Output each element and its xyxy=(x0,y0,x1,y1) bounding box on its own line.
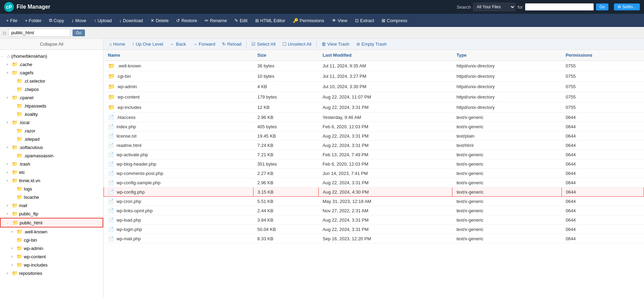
sidebar-item-public_ftp[interactable]: +📁public_ftp xyxy=(0,209,103,218)
forward-button[interactable]: → Forward xyxy=(190,40,218,48)
search-scope-select[interactable]: All Your Files File Names Only xyxy=(473,3,516,11)
col-permissions[interactable]: Permissions xyxy=(561,50,644,61)
expand-icon-wp-admin[interactable]: + xyxy=(11,246,15,250)
expand-icon-well-known[interactable]: + xyxy=(11,230,15,234)
table-row[interactable]: 📄wp-blog-header.php351 bytesFeb 6, 2020,… xyxy=(104,159,644,169)
sidebar-item-lscache[interactable]: 📁lscache xyxy=(0,193,103,201)
expand-icon-wp-includes[interactable]: + xyxy=(11,263,15,267)
address-input[interactable] xyxy=(8,29,70,37)
col-modified[interactable]: Last Modified xyxy=(318,50,452,61)
download-button[interactable]: ↓ Download xyxy=(116,16,146,25)
reload-button[interactable]: ↻ Reload xyxy=(219,40,244,48)
copy-button[interactable]: ⧉ Copy xyxy=(46,16,67,25)
table-row[interactable]: 📄wp-activate.php7.21 KBFeb 13, 2024, 7:4… xyxy=(104,150,644,159)
collapse-all-button[interactable]: Collapse All xyxy=(0,39,103,50)
table-row[interactable]: 📄readme.html7.24 KBAug 22, 2024, 3:31 PM… xyxy=(104,141,644,150)
sidebar-item-repositories[interactable]: +📁repositories xyxy=(0,269,103,277)
table-row[interactable]: 📁.well-known36 bytesJul 11, 2024, 9:35 A… xyxy=(104,61,644,71)
table-row[interactable]: 📄wp-links-opml.php2.44 KBNov 27, 2022, 2… xyxy=(104,206,644,215)
empty-trash-button[interactable]: ⊘ Empty Trash xyxy=(354,40,390,48)
expand-icon-root[interactable]: - xyxy=(1,54,6,58)
expand-icon-local[interactable]: + xyxy=(6,120,10,124)
app-title: File Manager xyxy=(17,4,50,10)
view-trash-button[interactable]: 🗑 View Trash xyxy=(319,40,352,48)
table-row[interactable]: 📄wp-config.php3.15 KBAug 22, 2024, 4:30 … xyxy=(104,187,644,197)
table-row[interactable]: 📄wp-config-sample.php2.96 KBAug 22, 2024… xyxy=(104,178,644,187)
settings-button[interactable]: ⚙ Settin... xyxy=(614,3,640,10)
table-row[interactable]: 📄wp-load.php3.84 KBAug 22, 2024, 3:31 PM… xyxy=(104,215,644,225)
table-row[interactable]: 📄wp-login.php50.04 KBAug 22, 2024, 3:31 … xyxy=(104,225,644,234)
table-row[interactable]: 📄wp-cron.php5.51 KBMay 31, 2023, 12:18 A… xyxy=(104,197,644,206)
table-row[interactable]: 📁wp-admin4 KBJul 10, 2024, 3:30 PMhttpd/… xyxy=(104,82,644,92)
table-row[interactable]: 📄index.php405 bytesFeb 6, 2020, 12:03 PM… xyxy=(104,122,644,131)
search-input[interactable] xyxy=(525,3,594,11)
search-go-button[interactable]: Go xyxy=(596,3,608,10)
new-folder-button[interactable]: + Folder xyxy=(21,16,45,25)
unselect-all-button[interactable]: ☐ Unselect All xyxy=(280,40,314,48)
compress-button[interactable]: ⊠ Compress xyxy=(378,16,411,25)
edit-button[interactable]: ✎ Edit xyxy=(231,16,251,25)
expand-icon-mail[interactable]: + xyxy=(6,203,10,207)
col-size[interactable]: Size xyxy=(253,50,318,61)
expand-icon-linnie.id.vn[interactable]: + xyxy=(6,178,10,183)
sidebar-item-wp-admin[interactable]: +📁wp-admin xyxy=(0,244,103,252)
sidebar-item-linnie.id.vn[interactable]: +📁linnie.id.vn xyxy=(0,176,103,185)
delete-button[interactable]: ✕ Delete xyxy=(147,16,172,25)
extract-button[interactable]: ⊡ Extract xyxy=(352,16,377,25)
sidebar-item-cgi-bin[interactable]: 📁cgi-bin xyxy=(0,236,103,244)
expand-icon-cpanel[interactable]: + xyxy=(6,95,10,100)
sidebar-item-trash[interactable]: +📁.trash xyxy=(0,160,103,168)
select-all-button[interactable]: ☑ Select All xyxy=(249,40,278,48)
home-button[interactable]: ⌂ Home xyxy=(106,40,128,48)
new-file-button[interactable]: + File xyxy=(3,16,21,25)
sidebar-item-public_html[interactable]: -📁public_html xyxy=(0,218,103,227)
sidebar-item-sitepad[interactable]: 📁.sitepad xyxy=(0,135,103,143)
back-button[interactable]: ← Back xyxy=(167,40,189,48)
expand-icon-wp-content[interactable]: + xyxy=(11,254,15,259)
sidebar-item-cpanel[interactable]: +📁.cpanel xyxy=(0,93,103,102)
sidebar-item-softaculous[interactable]: +📁.softaculous xyxy=(0,143,103,151)
sidebar-item-cl.selector[interactable]: 📁.cl.selector xyxy=(0,77,103,85)
view-button[interactable]: 👁 View xyxy=(328,16,351,25)
sidebar-item-clwpos[interactable]: 📁.clwpos xyxy=(0,85,103,93)
expand-icon-cagefs[interactable]: + xyxy=(6,71,10,75)
expand-icon-trash[interactable]: + xyxy=(6,162,10,166)
sidebar-item-koality[interactable]: 📁.koality xyxy=(0,110,103,118)
permissions-button[interactable]: 🔑 Permissions xyxy=(289,16,328,25)
sidebar-item-etc[interactable]: +📁etc xyxy=(0,168,103,176)
col-name[interactable]: Name xyxy=(104,50,253,61)
sidebar-item-cagefs[interactable]: +📁.cagefs xyxy=(0,68,103,77)
html-editor-button[interactable]: ⊞ HTML Editor xyxy=(252,16,289,25)
table-row[interactable]: 📄wp-mail.php8.33 KBSep 16, 2023, 12:20 P… xyxy=(104,234,644,243)
table-row[interactable]: 📁cgi-bin10 bytesJul 11, 2024, 3:27 PMhtt… xyxy=(104,71,644,82)
move-button[interactable]: ↕ Move xyxy=(68,16,90,25)
rename-button[interactable]: ✏ Rename xyxy=(201,16,230,25)
sidebar-item-wp-includes[interactable]: +📁wp-includes xyxy=(0,261,103,269)
address-go-button[interactable]: Go xyxy=(73,29,85,36)
expand-icon-public_ftp[interactable]: + xyxy=(6,212,10,216)
table-row[interactable]: 📄license.txt19.45 KBAug 22, 2024, 3:31 P… xyxy=(104,131,644,141)
expand-icon-softaculous[interactable]: + xyxy=(6,145,10,149)
sidebar-item-htpasswds[interactable]: 📁.htpasswds xyxy=(0,102,103,110)
upload-button[interactable]: ↑ Upload xyxy=(90,16,115,25)
sidebar-item-local[interactable]: +📁.local xyxy=(0,118,103,127)
sidebar-item-spamassassin[interactable]: 📁.spamassassin xyxy=(0,151,103,160)
restore-button[interactable]: ↺ Restore xyxy=(173,16,201,25)
up-one-level-button[interactable]: ↑ Up One Level xyxy=(129,40,166,48)
table-row[interactable]: 📁wp-content179 bytesAug 22, 2024, 11:07 … xyxy=(104,92,644,102)
sidebar-item-root[interactable]: -⌂(/home/bknskhan) xyxy=(0,52,103,60)
col-type[interactable]: Type xyxy=(452,50,561,61)
table-row[interactable]: 📄wp-comments-post.php2.27 KBJun 14, 2023… xyxy=(104,169,644,178)
expand-icon-public_html[interactable]: - xyxy=(7,221,11,225)
table-row[interactable]: 📄.htaccess2.96 KBYesterday, 9:46 AMtext/… xyxy=(104,113,644,122)
sidebar-item-well-known[interactable]: +📁.well-known xyxy=(0,227,103,236)
sidebar-item-mail[interactable]: +📁mail xyxy=(0,201,103,209)
expand-icon-etc[interactable]: + xyxy=(6,170,10,174)
sidebar-item-razor[interactable]: 📁.razor xyxy=(0,127,103,135)
sidebar-item-logs[interactable]: 📁logs xyxy=(0,185,103,193)
sidebar-item-cache[interactable]: +📁.cache xyxy=(0,60,103,68)
expand-icon-repositories[interactable]: + xyxy=(6,271,10,275)
sidebar-item-wp-content[interactable]: +📁wp-content xyxy=(0,252,103,261)
table-row[interactable]: 📁wp-includes12 KBAug 22, 2024, 3:31 PMht… xyxy=(104,102,644,113)
expand-icon-cache[interactable]: + xyxy=(6,62,10,66)
